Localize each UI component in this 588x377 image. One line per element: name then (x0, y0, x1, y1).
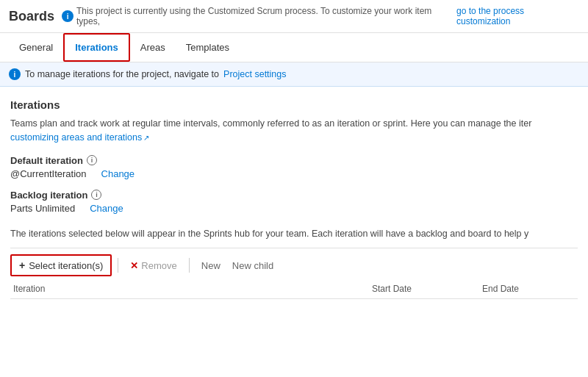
iterations-toolbar: + Select iteration(s) ✕ Remove New New c… (10, 248, 578, 276)
default-iteration-label-text: Default iteration (10, 155, 83, 166)
table-col-start-date: Start Date (372, 284, 482, 294)
new-button[interactable]: New (196, 257, 226, 274)
remove-x-icon: ✕ (130, 260, 138, 271)
default-iteration-label: Default iteration i (10, 155, 578, 166)
info-banner-text: To manage iterations for the project, na… (25, 69, 219, 79)
tab-templates[interactable]: Templates (176, 35, 240, 60)
backlog-iteration-group: Backlog iteration i Parts Unlimited Chan… (10, 190, 578, 214)
customizing-link-text: customizing areas and iterations (10, 132, 142, 143)
tab-general[interactable]: General (9, 35, 63, 60)
backlog-iteration-label: Backlog iteration i (10, 190, 578, 201)
backlog-iteration-label-text: Backlog iteration (10, 190, 87, 201)
select-iterations-button[interactable]: + Select iteration(s) (10, 254, 112, 276)
header-process-link[interactable]: go to the process customization (456, 6, 579, 26)
new-label: New (201, 260, 220, 271)
page-header: Boards i This project is currently using… (0, 0, 588, 33)
tabs-bar: General Iterations Areas Templates (0, 33, 588, 62)
backlog-iteration-row: Parts Unlimited Change (10, 203, 578, 214)
backlog-iteration-change-link[interactable]: Change (90, 203, 123, 214)
table-col-iteration: Iteration (10, 284, 372, 294)
toolbar-divider-1 (118, 258, 118, 273)
default-iteration-info-icon[interactable]: i (87, 155, 97, 165)
remove-button[interactable]: ✕ Remove (124, 257, 182, 274)
iterations-desc-text: Teams plan and track work at regular tim… (10, 118, 531, 129)
default-iteration-row: @CurrentIteration Change (10, 168, 578, 179)
external-link-icon: ↗ (143, 132, 149, 143)
default-iteration-change-link[interactable]: Change (101, 168, 135, 179)
new-child-label: New child (232, 260, 273, 271)
iterations-section-description: Teams plan and track work at regular tim… (10, 117, 578, 145)
page-title: Boards (9, 9, 54, 24)
tab-areas[interactable]: Areas (130, 35, 176, 60)
header-info-bar: i This project is currently using the Cu… (62, 6, 579, 26)
select-iterations-label: Select iteration(s) (29, 260, 103, 271)
toolbar-divider-2 (189, 258, 190, 273)
new-child-button[interactable]: New child (226, 257, 279, 274)
header-info-text: This project is currently using the Cust… (76, 6, 453, 26)
remove-label: Remove (141, 260, 176, 271)
tab-iterations[interactable]: Iterations (63, 33, 130, 62)
table-col-end-date: End Date (482, 284, 578, 294)
iterations-notice: The iterations selected below will appea… (10, 227, 578, 249)
header-info-icon: i (62, 10, 74, 22)
info-banner: i To manage iterations for the project, … (0, 62, 588, 87)
backlog-iteration-info-icon[interactable]: i (91, 190, 101, 200)
table-header: Iteration Start Date End Date (10, 279, 578, 299)
iterations-section-title: Iterations (10, 98, 578, 111)
info-banner-icon: i (9, 68, 21, 80)
plus-icon: + (19, 259, 25, 271)
default-iteration-value: @CurrentIteration (10, 168, 87, 179)
default-iteration-group: Default iteration i @CurrentIteration Ch… (10, 155, 578, 179)
customizing-link[interactable]: customizing areas and iterations↗ (10, 132, 149, 143)
project-settings-link[interactable]: Project settings (223, 69, 286, 79)
backlog-iteration-value: Parts Unlimited (10, 203, 75, 214)
iterations-notice-text: The iterations selected below will appea… (10, 229, 528, 239)
main-content: Iterations Teams plan and track work at … (0, 87, 588, 311)
